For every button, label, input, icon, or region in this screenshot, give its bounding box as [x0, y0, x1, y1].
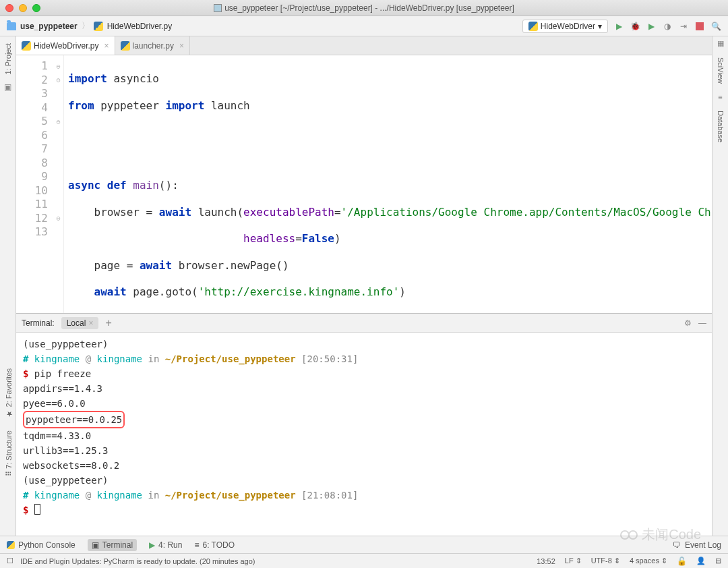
terminal-cursor — [34, 504, 40, 515]
database-icon: ≡ — [718, 93, 722, 101]
terminal-panel: Terminal: Local × + ⚙ — (use_pyppeteer) … — [16, 313, 712, 536]
todo-tab[interactable]: ≡6: TODO — [194, 540, 235, 550]
sciview-icon: ▦ — [717, 39, 724, 48]
status-icon: ☐ — [7, 557, 13, 565]
python-file-icon — [121, 41, 130, 51]
terminal-header: Terminal: Local × + ⚙ — — [16, 314, 712, 333]
line-numbers: 12345678910111213 — [16, 55, 53, 313]
run-button[interactable]: ▶ — [613, 21, 624, 32]
breadcrumb-project[interactable]: use_pyppeteer — [20, 22, 78, 31]
code-content[interactable]: import asyncio from pyppeteer import lau… — [64, 55, 712, 313]
editor-tabs: HideWebDriver.py × launcher.py × — [16, 36, 712, 55]
fold-gutter: ⊖⊖⊖⊖ — [53, 55, 64, 313]
search-everywhere-button[interactable]: 🔍 — [710, 21, 721, 32]
attach-button[interactable]: ⇥ — [678, 21, 689, 32]
python-file-icon — [94, 22, 103, 31]
profile-button[interactable]: ◑ — [662, 21, 673, 32]
terminal-tab[interactable]: ▣Terminal — [88, 539, 137, 551]
python-file-icon — [22, 41, 31, 51]
status-indent[interactable]: 4 spaces ⇕ — [630, 557, 667, 565]
title-bar: use_pyppeteer [~/Project/use_pyppeteer] … — [0, 0, 728, 16]
close-tab-icon[interactable]: × — [179, 41, 184, 51]
terminal-tab-local[interactable]: Local × — [61, 317, 99, 329]
python-console-tab[interactable]: Python Console — [7, 540, 75, 550]
file-icon — [214, 4, 222, 12]
window-title: use_pyppeteer [~/Project/use_pyppeteer] … — [0, 3, 728, 13]
stop-button[interactable] — [694, 21, 705, 32]
run-config-selector[interactable]: HideWebDriver ▾ — [522, 20, 608, 33]
structure-tool-tab[interactable]: ⠿ 7: Structure — [4, 430, 13, 476]
chevron-down-icon: ▾ — [598, 22, 602, 31]
project-tool-tab[interactable]: 1: Project — [4, 43, 12, 74]
python-icon — [528, 22, 538, 31]
todo-icon: ≡ — [194, 540, 199, 550]
nav-toolbar: use_pyppeteer 〉 HideWebDriver.py HideWeb… — [0, 16, 728, 36]
status-time: 13:52 — [537, 557, 555, 565]
watermark: 未闻Code — [620, 526, 701, 544]
tab-hidewebdriver[interactable]: HideWebDriver.py × — [16, 36, 115, 55]
code-editor[interactable]: 12345678910111213 ⊖⊖⊖⊖ import asyncio fr… — [16, 55, 712, 313]
sciview-tool-tab[interactable]: SciView — [717, 57, 725, 84]
right-tool-strip: ▦ SciView ≡ Database — [712, 36, 728, 536]
close-tab-icon[interactable]: × — [104, 41, 109, 51]
hector-icon[interactable]: 👤 — [696, 557, 706, 565]
debug-button[interactable]: 🐞 — [630, 21, 640, 32]
breadcrumb-file[interactable]: HideWebDriver.py — [107, 22, 172, 31]
folder-icon — [7, 22, 16, 30]
tab-launcher[interactable]: launcher.py × — [115, 36, 190, 55]
status-encoding[interactable]: UTF-8 ⇕ — [591, 557, 620, 565]
play-icon: ▶ — [149, 540, 155, 550]
python-icon — [7, 541, 15, 549]
terminal-output[interactable]: (use_pyppeteer) # kingname @ kingname in… — [16, 333, 712, 536]
highlighted-package: pyppeteer==0.0.25 — [23, 411, 125, 428]
status-message: IDE and Plugin Updates: PyCharm is ready… — [20, 557, 255, 565]
memory-icon[interactable]: ⊟ — [715, 557, 721, 565]
status-bar: ☐ IDE and Plugin Updates: PyCharm is rea… — [0, 553, 728, 568]
bottom-tool-tabs: Python Console ▣Terminal ▶4: Run ≡6: TOD… — [0, 536, 728, 553]
terminal-title: Terminal: — [22, 318, 55, 328]
run-with-coverage-button[interactable]: ▶ — [646, 21, 657, 32]
terminal-hide-icon[interactable]: — — [698, 318, 706, 328]
database-tool-tab[interactable]: Database — [717, 111, 725, 142]
run-tab[interactable]: ▶4: Run — [149, 540, 182, 550]
terminal-icon: ▣ — [92, 540, 99, 550]
left-tool-strip-lower: ★ 2: Favorites ⠿ 7: Structure — [0, 364, 16, 488]
lock-icon[interactable]: 🔓 — [677, 557, 687, 566]
favorites-tool-tab[interactable]: ★ 2: Favorites — [4, 368, 13, 418]
terminal-settings-icon[interactable]: ⚙ — [684, 318, 692, 328]
breadcrumb-separator: 〉 — [82, 20, 90, 32]
terminal-new-tab[interactable]: + — [105, 317, 111, 329]
project-icon: ▣ — [4, 82, 11, 92]
status-line-separator[interactable]: LF ⇕ — [565, 557, 582, 565]
